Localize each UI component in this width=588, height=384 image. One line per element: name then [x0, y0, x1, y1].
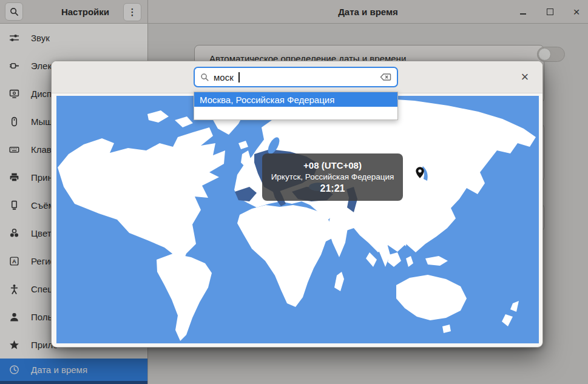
search-icon: [200, 73, 209, 82]
timezone-dialog: ×: [51, 61, 543, 348]
suggestion-moscow[interactable]: Москва, Российская Федерация: [194, 92, 397, 107]
tooltip-utc-offset: +08 (UTC+08): [303, 160, 362, 170]
suggestion-empty[interactable]: [194, 107, 397, 120]
clear-icon[interactable]: [380, 72, 391, 82]
settings-window: Настройки ⋮ Дата и время × Звук Элект Ди…: [0, 0, 588, 384]
dialog-close-button[interactable]: ×: [517, 69, 533, 85]
suggestion-label: Москва, Российская Федерация: [200, 95, 334, 105]
close-icon: ×: [521, 70, 529, 84]
timezone-search-entry[interactable]: [194, 67, 398, 87]
timezone-map[interactable]: [56, 96, 539, 343]
dialog-header: ×: [52, 61, 542, 93]
tooltip-time: 21:21: [320, 183, 345, 194]
search-suggestions: Москва, Российская Федерация: [194, 92, 398, 120]
text-caret: [238, 72, 240, 83]
location-pin-icon: [415, 166, 425, 181]
world-map: [56, 96, 539, 343]
tooltip-location: Иркутск, Российская Федерация: [271, 172, 394, 181]
timezone-tooltip: +08 (UTC+08) Иркутск, Российская Федерац…: [262, 153, 403, 201]
